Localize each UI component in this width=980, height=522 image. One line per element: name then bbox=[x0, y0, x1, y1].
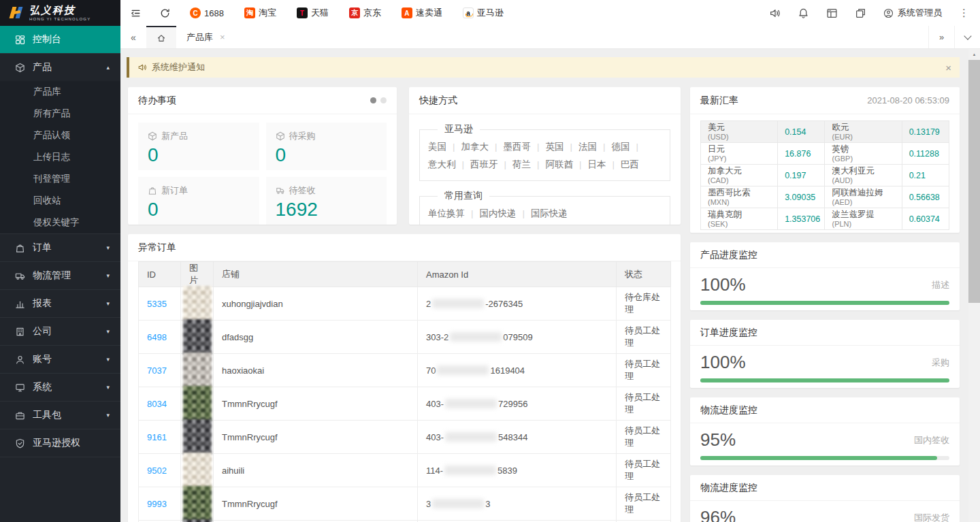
shortcut-link-日本[interactable]: 日本 bbox=[588, 159, 621, 169]
order-id-link[interactable]: 6498 bbox=[147, 332, 167, 342]
tab-bar: 产品库 bbox=[120, 26, 980, 49]
sidebar-subitem-产品认领[interactable]: 产品认领 bbox=[0, 125, 120, 146]
col-shop: 店铺 bbox=[214, 262, 418, 287]
todo-tile-新订单[interactable]: 新订单 0 bbox=[138, 177, 259, 225]
avatar-icon bbox=[883, 8, 894, 18]
sidebar-subitem-回收站[interactable]: 回收站 bbox=[0, 190, 120, 212]
tabs-scroll-right-button[interactable] bbox=[928, 26, 954, 48]
marketplace-link-速卖通[interactable]: A 速卖通 bbox=[402, 7, 442, 19]
chevron-icon bbox=[106, 328, 110, 335]
carousel-dot[interactable] bbox=[380, 97, 387, 103]
logo-title: 弘义科技 bbox=[29, 5, 91, 15]
todo-tile-待采购[interactable]: 待采购 0 bbox=[266, 123, 387, 170]
sidebar-subitem-上传日志[interactable]: 上传日志 bbox=[0, 146, 120, 168]
shortcut-link-国内快递[interactable]: 国内快递 bbox=[480, 208, 532, 218]
notification-bell-icon[interactable] bbox=[798, 7, 809, 19]
progress-card-title: 物流进度监控 bbox=[700, 404, 757, 417]
todo-count: 0 bbox=[148, 144, 250, 166]
shortcut-link-单位换算[interactable]: 单位换算 bbox=[428, 208, 480, 218]
tab-home[interactable] bbox=[146, 26, 176, 48]
marketplace-link-亚马逊[interactable]: a 亚马逊 bbox=[463, 7, 504, 19]
tab-product-library[interactable]: 产品库 bbox=[176, 26, 235, 48]
carousel-dots bbox=[370, 97, 387, 103]
sidebar-subitem-侵权关键字[interactable]: 侵权关键字 bbox=[0, 212, 120, 233]
progress-card: 产品进度监控 100% 描述 bbox=[690, 242, 960, 310]
tab-close-icon[interactable] bbox=[220, 32, 225, 42]
currency-name: 英镑(GBP) bbox=[825, 143, 902, 165]
sidebar-item-工具包[interactable]: 工具包 bbox=[0, 402, 120, 429]
tabs-scroll-left-button[interactable] bbox=[120, 26, 146, 48]
shortcut-group-legend: 常用查询 bbox=[438, 190, 489, 202]
shortcut-link-阿联酋[interactable]: 阿联酋 bbox=[546, 159, 588, 169]
order-id-link[interactable]: 9161 bbox=[147, 432, 167, 442]
sidebar-item-公司[interactable]: 公司 bbox=[0, 318, 120, 345]
refresh-icon[interactable] bbox=[159, 7, 171, 19]
progress-percent: 96% bbox=[700, 507, 736, 522]
blurred-segment bbox=[444, 466, 496, 475]
sidebar-item-亚马逊授权[interactable]: 亚马逊授权 bbox=[0, 429, 120, 457]
sidebar-item-订单[interactable]: 订单 bbox=[0, 234, 120, 261]
amazon-id: 403-548344 bbox=[418, 421, 617, 454]
user-menu[interactable]: 系统管理员 bbox=[883, 7, 942, 19]
status-text: 待仓库处理 bbox=[617, 287, 671, 321]
sidebar-item-系统[interactable]: 系统 bbox=[0, 374, 120, 401]
box-icon bbox=[276, 131, 285, 141]
apps-grid-icon[interactable] bbox=[826, 7, 838, 19]
amazon-id: 33 bbox=[418, 487, 617, 521]
shortcut-link-法国[interactable]: 法国 bbox=[578, 142, 612, 152]
maintenance-notice: 系统维护通知 bbox=[127, 57, 960, 78]
more-menu-icon[interactable] bbox=[959, 7, 969, 19]
sidebar-item-报表[interactable]: 报表 bbox=[0, 290, 120, 317]
product-image bbox=[183, 286, 212, 321]
shortcut-link-国际快递[interactable]: 国际快递 bbox=[531, 208, 568, 218]
progress-label: 描述 bbox=[932, 279, 949, 291]
app-logo: 弘义科技 HONG YI TECHNOLOGY bbox=[0, 0, 120, 26]
scrollbar-up-arrow[interactable] bbox=[968, 49, 980, 59]
order-id-link[interactable]: 7037 bbox=[147, 365, 167, 376]
order-id-link[interactable]: 8034 bbox=[147, 399, 167, 409]
currency-name: 阿联酋迪拉姆(AED) bbox=[825, 186, 902, 208]
sidebar-item-产品[interactable]: 产品 bbox=[0, 54, 120, 81]
shortcut-link-德国[interactable]: 德国 bbox=[612, 142, 645, 152]
marketplace-link-京东[interactable]: 京 京东 bbox=[349, 7, 381, 19]
sidebar-subitem-产品库[interactable]: 产品库 bbox=[0, 81, 120, 103]
order-id-link[interactable]: 5335 bbox=[147, 299, 167, 309]
shortcut-link-西班牙[interactable]: 西班牙 bbox=[470, 159, 512, 169]
shortcut-link-加拿大[interactable]: 加拿大 bbox=[461, 142, 504, 152]
todo-tile-新产品[interactable]: 新产品 0 bbox=[138, 123, 259, 170]
marketplace-link-淘宝[interactable]: 淘 淘宝 bbox=[244, 7, 276, 19]
shop-name: TmmnRrycugf bbox=[214, 421, 418, 454]
status-text: 待员工处理 bbox=[617, 387, 671, 421]
rate-row: 日元(JPY)16.876英镑(GBP)0.11288 bbox=[701, 143, 949, 165]
carousel-dot-active[interactable] bbox=[370, 97, 376, 103]
sidebar-subitem-所有产品[interactable]: 所有产品 bbox=[0, 103, 120, 125]
theme-switch-icon[interactable] bbox=[855, 7, 866, 19]
shortcut-link-墨西哥[interactable]: 墨西哥 bbox=[504, 142, 546, 152]
progress-bar bbox=[700, 378, 949, 382]
shortcut-link-巴西[interactable]: 巴西 bbox=[621, 159, 639, 169]
sidebar: 弘义科技 HONG YI TECHNOLOGY 控制台 产品 产品库 所有产品 … bbox=[0, 0, 120, 522]
shortcut-link-意大利[interactable]: 意大利 bbox=[428, 159, 470, 169]
system-monitor-icon bbox=[15, 382, 25, 393]
sidebar-item-物流管理[interactable]: 物流管理 bbox=[0, 262, 120, 289]
rate-row: 加拿大元(CAD)0.197澳大利亚元(AUD)0.21 bbox=[701, 165, 949, 186]
shortcut-link-英国[interactable]: 英国 bbox=[546, 142, 579, 152]
collapse-sidebar-icon[interactable] bbox=[130, 7, 142, 19]
marketplace-link-天猫[interactable]: T 天猫 bbox=[297, 7, 329, 19]
sidebar-item-账号[interactable]: 账号 bbox=[0, 346, 120, 373]
sidebar-item-控制台[interactable]: 控制台 bbox=[0, 26, 120, 53]
tabs-menu-button[interactable] bbox=[954, 26, 980, 48]
amazon-id: 303-2079509 bbox=[418, 321, 617, 354]
order-id-link[interactable]: 9993 bbox=[147, 499, 167, 509]
scrollbar-thumb[interactable] bbox=[968, 60, 980, 303]
logistics-truck-icon bbox=[15, 271, 25, 281]
shortcut-link-美国[interactable]: 美国 bbox=[428, 142, 461, 152]
order-id-link[interactable]: 9502 bbox=[147, 466, 167, 476]
rate-row: 瑞典克朗(SEK)1.353706波兰兹罗提(PLN)0.60374 bbox=[701, 208, 949, 230]
shortcut-link-荷兰[interactable]: 荷兰 bbox=[512, 159, 546, 169]
sidebar-subitem-刊登管理[interactable]: 刊登管理 bbox=[0, 168, 120, 190]
marketplace-link-1688[interactable]: C 1688 bbox=[190, 7, 224, 18]
announcement-icon[interactable] bbox=[769, 7, 781, 19]
todo-tile-待签收[interactable]: 待签收 1692 bbox=[266, 177, 387, 225]
notice-close-icon[interactable] bbox=[945, 62, 951, 74]
